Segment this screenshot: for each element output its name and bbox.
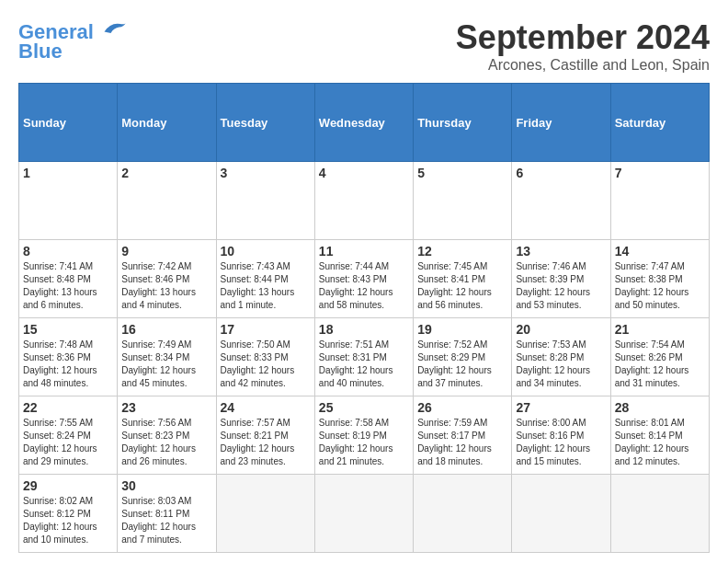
calendar-cell: 1 [19,162,118,240]
day-number: 6 [516,166,606,180]
day-info: Sunrise: 7:49 AMSunset: 8:34 PMDaylight:… [121,339,211,390]
calendar-body: 12345678Sunrise: 7:41 AMSunset: 8:48 PMD… [19,162,710,553]
day-number: 18 [319,322,409,337]
day-info: Sunrise: 7:48 AMSunset: 8:36 PMDaylight:… [23,339,113,390]
day-number: 3 [221,166,311,180]
calendar-cell: 2 [118,162,216,240]
calendar-cell: 28Sunrise: 8:01 AMSunset: 8:14 PMDayligh… [610,396,709,475]
calendar-cell: 24Sunrise: 7:57 AMSunset: 8:21 PMDayligh… [216,396,314,475]
day-number: 20 [516,322,606,337]
calendar-cell: 23Sunrise: 7:56 AMSunset: 8:23 PMDayligh… [118,396,216,475]
calendar-week-row: 29Sunrise: 8:02 AMSunset: 8:12 PMDayligh… [19,475,710,553]
day-info: Sunrise: 7:47 AMSunset: 8:38 PMDaylight:… [615,260,705,312]
calendar-week-row: 22Sunrise: 7:55 AMSunset: 8:24 PMDayligh… [19,396,710,475]
page-header: General Blue September 2024 Arcones, Cas… [18,18,710,74]
calendar-cell: 29Sunrise: 8:02 AMSunset: 8:12 PMDayligh… [19,475,118,553]
day-number: 16 [121,322,211,337]
day-info: Sunrise: 7:42 AMSunset: 8:46 PMDaylight:… [121,260,211,312]
weekday-thursday: Thursday [414,84,512,162]
day-info: Sunrise: 7:53 AMSunset: 8:28 PMDaylight:… [516,339,606,390]
weekday-tuesday: Tuesday [216,84,314,162]
calendar-cell [512,475,610,553]
day-info: Sunrise: 7:56 AMSunset: 8:23 PMDaylight:… [121,417,211,468]
day-info: Sunrise: 7:45 AMSunset: 8:41 PMDaylight:… [417,260,507,312]
calendar-cell: 13Sunrise: 7:46 AMSunset: 8:39 PMDayligh… [512,240,610,318]
weekday-header-row: SundayMondayTuesdayWednesdayThursdayFrid… [19,84,710,162]
day-number: 28 [615,400,705,415]
day-number: 27 [516,400,606,415]
day-number: 22 [23,400,113,415]
title-block: September 2024 Arcones, Castille and Leo… [456,18,710,74]
calendar-cell: 14Sunrise: 7:47 AMSunset: 8:38 PMDayligh… [610,240,709,318]
day-number: 13 [516,244,606,259]
calendar-cell: 15Sunrise: 7:48 AMSunset: 8:36 PMDayligh… [19,318,118,396]
day-number: 1 [23,166,113,180]
day-number: 29 [23,478,113,493]
day-info: Sunrise: 7:52 AMSunset: 8:29 PMDaylight:… [417,339,507,390]
day-number: 10 [221,244,311,259]
day-info: Sunrise: 7:55 AMSunset: 8:24 PMDaylight:… [23,417,113,468]
day-info: Sunrise: 8:03 AMSunset: 8:11 PMDaylight:… [121,495,211,546]
day-info: Sunrise: 7:51 AMSunset: 8:31 PMDaylight:… [319,339,409,390]
day-number: 26 [417,400,507,415]
day-number: 19 [417,322,507,337]
day-number: 15 [23,322,113,337]
day-number: 12 [417,244,507,259]
calendar-table: SundayMondayTuesdayWednesdayThursdayFrid… [18,83,710,553]
calendar-cell: 7 [610,162,709,240]
calendar-cell: 9Sunrise: 7:42 AMSunset: 8:46 PMDaylight… [118,240,216,318]
calendar-cell: 19Sunrise: 7:52 AMSunset: 8:29 PMDayligh… [414,318,512,396]
day-info: Sunrise: 7:57 AMSunset: 8:21 PMDaylight:… [221,417,311,468]
calendar-cell: 12Sunrise: 7:45 AMSunset: 8:41 PMDayligh… [414,240,512,318]
calendar-cell: 16Sunrise: 7:49 AMSunset: 8:34 PMDayligh… [118,318,216,396]
calendar-cell: 22Sunrise: 7:55 AMSunset: 8:24 PMDayligh… [19,396,118,475]
calendar-cell: 27Sunrise: 8:00 AMSunset: 8:16 PMDayligh… [512,396,610,475]
calendar-cell: 11Sunrise: 7:44 AMSunset: 8:43 PMDayligh… [314,240,413,318]
day-number: 24 [221,400,311,415]
day-info: Sunrise: 7:46 AMSunset: 8:39 PMDaylight:… [516,260,606,312]
weekday-saturday: Saturday [610,84,709,162]
calendar-week-row: 1234567 [19,162,710,240]
calendar-week-row: 8Sunrise: 7:41 AMSunset: 8:48 PMDaylight… [19,240,710,318]
day-number: 8 [23,244,113,259]
month-title: September 2024 [456,18,710,57]
logo-bird-icon [101,18,127,39]
calendar-cell [414,475,512,553]
day-number: 21 [615,322,705,337]
calendar-cell: 3 [216,162,314,240]
weekday-monday: Monday [118,84,216,162]
calendar-cell: 18Sunrise: 7:51 AMSunset: 8:31 PMDayligh… [314,318,413,396]
day-info: Sunrise: 7:43 AMSunset: 8:44 PMDaylight:… [221,260,311,312]
day-number: 17 [221,322,311,337]
calendar-cell: 8Sunrise: 7:41 AMSunset: 8:48 PMDaylight… [19,240,118,318]
calendar-cell: 30Sunrise: 8:03 AMSunset: 8:11 PMDayligh… [118,475,216,553]
day-number: 2 [121,166,211,180]
location: Arcones, Castille and Leon, Spain [456,57,710,74]
day-number: 14 [615,244,705,259]
day-number: 9 [121,244,211,259]
day-info: Sunrise: 7:44 AMSunset: 8:43 PMDaylight:… [319,260,409,312]
weekday-sunday: Sunday [19,84,118,162]
day-number: 7 [615,166,705,180]
calendar-cell [314,475,413,553]
day-info: Sunrise: 7:58 AMSunset: 8:19 PMDaylight:… [319,417,409,468]
calendar-week-row: 15Sunrise: 7:48 AMSunset: 8:36 PMDayligh… [19,318,710,396]
day-number: 11 [319,244,409,259]
day-number: 30 [121,478,211,493]
calendar-cell: 21Sunrise: 7:54 AMSunset: 8:26 PMDayligh… [610,318,709,396]
calendar-cell: 17Sunrise: 7:50 AMSunset: 8:33 PMDayligh… [216,318,314,396]
calendar-cell: 26Sunrise: 7:59 AMSunset: 8:17 PMDayligh… [414,396,512,475]
calendar-cell: 25Sunrise: 7:58 AMSunset: 8:19 PMDayligh… [314,396,413,475]
day-number: 23 [121,400,211,415]
weekday-wednesday: Wednesday [314,84,413,162]
calendar-cell [610,475,709,553]
day-info: Sunrise: 8:02 AMSunset: 8:12 PMDaylight:… [23,495,113,546]
day-info: Sunrise: 7:50 AMSunset: 8:33 PMDaylight:… [221,339,311,390]
day-info: Sunrise: 7:59 AMSunset: 8:17 PMDaylight:… [417,417,507,468]
calendar-cell: 5 [414,162,512,240]
day-number: 5 [417,166,507,180]
logo: General Blue [18,18,127,63]
calendar-cell: 20Sunrise: 7:53 AMSunset: 8:28 PMDayligh… [512,318,610,396]
calendar-cell: 6 [512,162,610,240]
day-info: Sunrise: 8:00 AMSunset: 8:16 PMDaylight:… [516,417,606,468]
